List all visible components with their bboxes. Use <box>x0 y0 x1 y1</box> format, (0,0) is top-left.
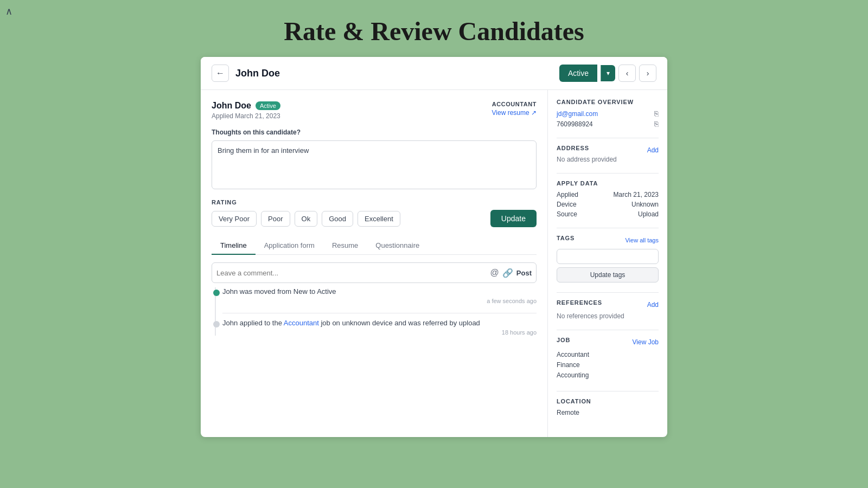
apply-value-device: Unknown <box>631 201 659 208</box>
address-header: ADDRESS Add <box>557 145 659 156</box>
comment-input[interactable] <box>216 269 490 277</box>
references-header: REFERENCES Add <box>557 299 659 310</box>
update-rating-button[interactable]: Update <box>490 210 537 227</box>
rating-excellent[interactable]: Excellent <box>358 211 400 227</box>
timeline-text-after: job on unknown device and was referred b… <box>319 319 480 327</box>
tab-timeline[interactable]: Timeline <box>212 237 256 255</box>
divider-6 <box>557 391 659 391</box>
main-card: ← John Doe Active ▾ ‹ › John Doe Active … <box>201 57 667 437</box>
tags-input[interactable] <box>557 249 659 264</box>
thoughts-textarea[interactable] <box>212 140 537 189</box>
timeline-wrapper: John was moved from New to Active a few … <box>212 287 537 336</box>
job-title-right: ACCOUNTANT <box>492 101 537 107</box>
timeline-time-2: 18 hours ago <box>222 329 537 336</box>
tabs-row: Timeline Application form Resume Questio… <box>212 237 537 255</box>
active-badge: Active <box>256 101 280 110</box>
timeline-text-1: John was moved from New to Active <box>222 287 537 296</box>
add-reference-link[interactable]: Add <box>647 301 659 309</box>
divider-2 <box>557 173 659 174</box>
references-section: REFERENCES Add No references provided <box>557 299 659 320</box>
active-dropdown-button[interactable]: ▾ <box>601 65 615 81</box>
rating-row: Very Poor Poor Ok Good Excellent Update <box>212 210 537 227</box>
divider-3 <box>557 228 659 228</box>
apply-data-row-device: Device Unknown <box>557 201 659 208</box>
timeline-text-2: John applied to the Accountant job on un… <box>222 319 537 327</box>
candidate-name: John Doe <box>212 101 251 111</box>
update-tags-button[interactable]: Update tags <box>557 267 659 282</box>
page-title: Rate & Review Candidates <box>284 16 584 46</box>
apply-value-applied: March 21, 2023 <box>614 191 659 198</box>
apply-data-row-applied: Applied March 21, 2023 <box>557 191 659 198</box>
apply-value-source: Upload <box>638 210 659 218</box>
rating-good[interactable]: Good <box>322 211 353 227</box>
apply-data-section: APPLY DATA Applied March 21, 2023 Device… <box>557 180 659 218</box>
comment-box: @ 🔗 Post <box>212 262 537 283</box>
view-job-link[interactable]: View Job <box>633 338 659 346</box>
location-section: LOCATION Remote <box>557 398 659 416</box>
location-title: LOCATION <box>557 398 659 404</box>
next-candidate-button[interactable]: › <box>639 65 656 82</box>
address-title: ADDRESS <box>557 145 589 151</box>
candidate-name-header: John Doe <box>235 68 559 79</box>
tags-section: TAGS View all tags Update tags <box>557 235 659 282</box>
tags-title: TAGS <box>557 235 575 241</box>
view-all-tags-link[interactable]: View all tags <box>625 237 659 243</box>
post-button[interactable]: Post <box>516 269 532 277</box>
copy-email-icon[interactable]: ⎘ <box>654 110 659 118</box>
candidate-email[interactable]: jd@gmail.com <box>557 110 598 118</box>
copy-phone-icon[interactable]: ⎘ <box>654 120 659 128</box>
rating-label: RATING <box>212 199 537 206</box>
job-section: JOB View Job Accountant Finance Accounti… <box>557 337 659 381</box>
apply-label-device: Device <box>557 201 577 208</box>
tags-header: TAGS View all tags <box>557 235 659 246</box>
job-name: Accountant <box>557 350 659 360</box>
candidate-overview-section: CANDIDATE OVERVIEW jd@gmail.com ⎘ 760998… <box>557 99 659 128</box>
address-value: No address provided <box>557 156 659 163</box>
timeline-time-1: a few seconds ago <box>222 298 537 304</box>
back-button[interactable]: ← <box>212 65 229 82</box>
job-header: JOB View Job <box>557 337 659 348</box>
candidate-overview-title: CANDIDATE OVERVIEW <box>557 99 659 105</box>
address-section: ADDRESS Add No address provided <box>557 145 659 163</box>
view-resume-link[interactable]: View resume ↗ <box>492 109 537 117</box>
apply-data-title: APPLY DATA <box>557 180 659 187</box>
rating-section: RATING Very Poor Poor Ok Good Excellent … <box>212 199 537 227</box>
rating-very-poor[interactable]: Very Poor <box>212 211 257 227</box>
apply-label-source: Source <box>557 210 577 218</box>
job-detail: Accountant Finance Accounting <box>557 350 659 381</box>
apply-label-applied: Applied <box>557 191 578 198</box>
job-dept: Finance <box>557 360 659 370</box>
references-title: REFERENCES <box>557 299 602 306</box>
timeline-separator <box>222 313 537 313</box>
link-icon[interactable]: 🔗 <box>502 268 513 278</box>
rating-poor[interactable]: Poor <box>261 211 290 227</box>
rating-ok[interactable]: Ok <box>295 211 318 227</box>
tabs-section: Timeline Application form Resume Questio… <box>212 237 537 336</box>
add-address-link[interactable]: Add <box>647 146 659 154</box>
job-category: Accounting <box>557 370 659 381</box>
prev-candidate-button[interactable]: ‹ <box>618 65 636 82</box>
timeline-item-1: John was moved from New to Active a few … <box>222 287 537 304</box>
timeline-item-2: John applied to the Accountant job on un… <box>222 319 537 336</box>
chevron-up-icon[interactable]: ∧ <box>5 5 12 17</box>
active-status-button[interactable]: Active <box>559 65 597 82</box>
divider-5 <box>557 330 659 330</box>
mention-icon[interactable]: @ <box>490 268 499 278</box>
candidate-name-row: John Doe Active <box>212 101 280 111</box>
divider-4 <box>557 292 659 293</box>
tab-questionnaire[interactable]: Questionnaire <box>367 237 428 255</box>
tab-resume[interactable]: Resume <box>323 237 367 255</box>
location-value: Remote <box>557 409 659 416</box>
thoughts-label: Thoughts on this candidate? <box>212 129 537 136</box>
timeline-dot-active <box>213 290 220 296</box>
card-body: John Doe Active Applied March 21, 2023 A… <box>201 90 667 437</box>
tab-application-form[interactable]: Application form <box>256 237 323 255</box>
applied-date: Applied March 21, 2023 <box>212 112 280 120</box>
candidate-left: John Doe Active Applied March 21, 2023 <box>212 101 280 120</box>
candidate-phone: 7609988924 <box>557 120 593 128</box>
candidate-right: ACCOUNTANT View resume ↗ <box>492 101 537 117</box>
references-value: No references provided <box>557 312 659 320</box>
right-panel: CANDIDATE OVERVIEW jd@gmail.com ⎘ 760998… <box>548 90 667 437</box>
comment-icons: @ 🔗 Post <box>490 268 532 278</box>
accountant-link[interactable]: Accountant <box>284 319 319 327</box>
